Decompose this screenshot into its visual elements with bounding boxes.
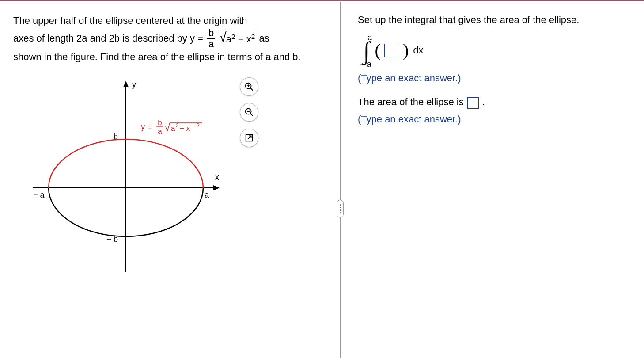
problem-line2-suffix: as [259,33,269,44]
hint-1: (Type an exact answer.) [358,72,631,85]
zoom-out-button[interactable] [240,103,258,122]
svg-text:2: 2 [197,122,200,129]
integral-expression: a ∫ − a ( ) dx [361,33,631,68]
integrand-input[interactable] [384,44,399,57]
area-sentence: The area of the ellipse is . [358,95,631,109]
hint-2: (Type an exact answer.) [358,113,631,126]
neg-a-tick: − a [33,190,45,199]
zoom-in-icon [244,82,254,91]
zoom-in-button[interactable] [240,77,258,96]
fraction-b-over-a: b a [207,28,215,50]
b-tick: b [114,132,118,141]
ellipse-svg: y x b − b a − a y = b a √ a 2 − x [24,77,227,281]
svg-text:a: a [171,124,175,133]
svg-text:b: b [158,118,162,127]
problem-line1: The upper half of the ellipse centered a… [13,15,247,26]
svg-line-20 [248,136,251,139]
problem-statement: The upper half of the ellipse centered a… [13,13,327,64]
neg-b-tick: − b [106,235,118,244]
svg-line-17 [250,114,253,116]
zoom-out-icon [244,107,254,117]
svg-text:− x: − x [180,124,190,133]
a-tick: a [205,190,209,199]
x-axis-label: x [215,173,219,182]
svg-text:y =: y = [141,122,152,131]
ellipse-figure: y x b − b a − a y = b a √ a 2 − x [24,77,272,281]
y-axis-label: y [132,80,136,89]
integral-symbol: ∫ [364,41,370,61]
svg-text:√: √ [164,122,170,133]
dx-label: dx [413,45,423,56]
svg-text:2: 2 [176,122,179,129]
problem-line2-prefix: axes of length 2a and 2b is described by… [13,33,206,44]
svg-line-13 [250,88,253,91]
area-input[interactable] [467,97,479,109]
popout-button[interactable] [240,129,258,147]
svg-text:a: a [158,127,162,136]
curve-equation-label: y = b a √ a 2 − x 2 [141,118,202,136]
integral-prompt: Set up the integral that gives the area … [358,13,631,27]
integral-lower-limit: − a [360,60,371,68]
popout-icon [244,133,254,143]
sqrt-expression: √ a2 − x2 [219,31,256,46]
problem-line3: shown in the figure. Find the area of th… [13,51,301,62]
